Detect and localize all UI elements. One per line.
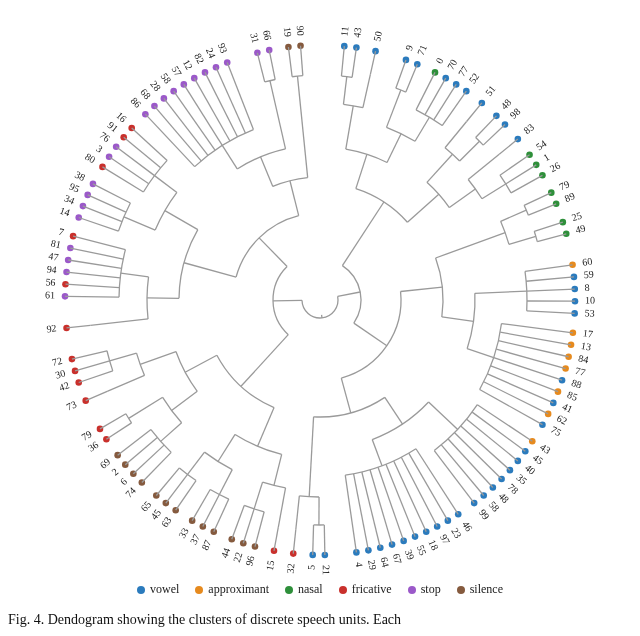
- legend-label: fricative: [352, 582, 392, 597]
- svg-line-30: [491, 366, 558, 392]
- svg-line-6: [425, 78, 446, 115]
- leaf-label: 4: [354, 561, 366, 568]
- svg-line-20: [525, 265, 573, 272]
- svg-line-7: [434, 84, 456, 120]
- svg-line-57: [243, 509, 254, 543]
- leaf-label: 84: [577, 352, 589, 365]
- svg-line-19: [537, 234, 566, 242]
- svg-line-158: [342, 202, 384, 266]
- leaf-label: 75: [549, 424, 563, 438]
- leaf-label: 5: [306, 565, 317, 570]
- svg-line-64: [156, 468, 179, 496]
- leaf-label: 51: [483, 83, 498, 98]
- leaf-label: 89: [563, 190, 576, 204]
- svg-line-159: [354, 323, 387, 346]
- svg-line-53: [313, 525, 314, 555]
- svg-line-120: [278, 488, 285, 527]
- svg-line-99: [227, 62, 253, 129]
- svg-line-51: [345, 475, 356, 552]
- svg-line-151: [407, 194, 438, 222]
- svg-line-157: [290, 181, 299, 216]
- leaf-dot: [545, 411, 552, 418]
- svg-line-112: [501, 210, 527, 221]
- svg-line-152: [401, 287, 443, 291]
- legend-label: approximant: [208, 582, 269, 597]
- svg-line-108: [445, 121, 467, 147]
- leaf-label: 2: [109, 466, 120, 478]
- vowel-swatch: [137, 586, 145, 594]
- svg-line-105: [363, 75, 370, 108]
- svg-line-28: [496, 349, 565, 368]
- svg-line-77: [65, 284, 119, 287]
- svg-line-139: [442, 317, 474, 321]
- leaf-label: 42: [58, 379, 71, 393]
- svg-line-79: [68, 260, 121, 268]
- leaf-label: 31: [248, 32, 261, 44]
- leaf-label: 9: [403, 44, 415, 52]
- leaf-label: 0: [434, 56, 446, 65]
- leaf-label: 98: [508, 106, 523, 121]
- svg-line-102: [288, 47, 292, 77]
- leaf-label: 83: [521, 121, 536, 136]
- svg-line-58: [232, 505, 244, 539]
- leaf-label: 11: [339, 26, 351, 37]
- leaf-label: 43: [351, 27, 363, 38]
- svg-line-135: [387, 134, 401, 163]
- svg-line-74: [72, 351, 107, 359]
- svg-line-16: [524, 193, 551, 206]
- leaf-label: 18: [426, 538, 440, 552]
- leaf-label: 1: [541, 151, 551, 163]
- svg-line-90: [132, 128, 167, 160]
- svg-line-76: [65, 296, 119, 297]
- leaf-label: 63: [159, 515, 174, 529]
- svg-line-9: [467, 103, 482, 122]
- leaf-dot: [414, 61, 421, 68]
- svg-line-111: [482, 184, 506, 199]
- svg-line-60: [203, 495, 220, 527]
- svg-line-5: [416, 72, 435, 109]
- leaf-label: 93: [216, 41, 230, 54]
- leaf-label: 73: [65, 398, 79, 412]
- svg-line-92: [154, 106, 201, 161]
- svg-line-69: [106, 423, 131, 439]
- leaf-label: 85: [566, 389, 579, 403]
- dendrogram: 1143509710707752514898835412679892549605…: [0, 0, 640, 580]
- svg-line-123: [188, 452, 205, 474]
- svg-line-117: [372, 440, 382, 466]
- svg-line-73: [75, 361, 110, 371]
- leaf-label: 80: [83, 151, 97, 166]
- svg-line-109: [460, 141, 480, 161]
- svg-line-66: [133, 445, 164, 474]
- svg-line-134: [346, 106, 353, 149]
- svg-line-21: [526, 277, 574, 281]
- leaf-dot: [103, 436, 110, 443]
- leaf-label: 10: [585, 295, 595, 306]
- svg-line-67: [125, 438, 157, 465]
- leaf-label: 67: [391, 552, 404, 565]
- leaf-label: 94: [46, 263, 57, 275]
- svg-line-140: [385, 397, 403, 424]
- svg-line-47: [378, 467, 404, 541]
- leaf-dot: [99, 164, 106, 171]
- leaf-label: 56: [45, 276, 56, 288]
- leaf-dot: [539, 421, 546, 428]
- leaf-label: 90: [295, 25, 307, 36]
- svg-line-4: [406, 64, 417, 92]
- svg-line-122: [219, 470, 232, 495]
- leaf-label: 71: [415, 43, 429, 56]
- leaf-dot: [90, 181, 97, 188]
- leaf-label: 99: [477, 507, 492, 522]
- leaf-label: 86: [129, 95, 144, 110]
- stop-swatch: [408, 586, 416, 594]
- svg-line-1: [352, 48, 356, 78]
- leaf-label: 15: [264, 559, 277, 571]
- leaf-label: 52: [467, 71, 482, 86]
- leaf-label: 88: [570, 377, 583, 391]
- svg-line-143: [218, 434, 235, 461]
- leaf-dot: [445, 517, 452, 524]
- leaf-label: 17: [582, 327, 593, 339]
- svg-line-0: [341, 46, 344, 76]
- leaf-label: 53: [584, 307, 595, 319]
- legend-label: stop: [421, 582, 441, 597]
- leaf-dot: [434, 523, 441, 530]
